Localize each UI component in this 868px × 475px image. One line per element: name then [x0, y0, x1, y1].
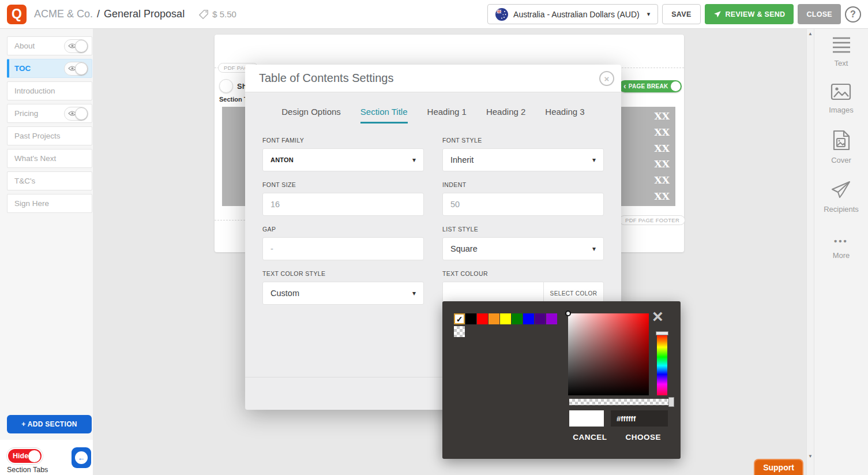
tab-heading-3[interactable]: Heading 3 [545, 107, 584, 124]
modal-close-icon[interactable]: × [599, 71, 614, 86]
toggle-knob [75, 107, 88, 120]
hue-slider-handle[interactable] [656, 331, 668, 335]
indent-label: INDENT [442, 181, 604, 189]
tool-text[interactable]: Text [832, 36, 851, 68]
tool-more[interactable]: ••• More [833, 236, 850, 260]
font-style-value: Inherit [450, 155, 474, 164]
font-size-input[interactable] [270, 200, 416, 209]
selected-color-preview [569, 410, 604, 427]
font-family-select[interactable]: ANTON ▾ [262, 148, 424, 171]
tab-heading-2[interactable]: Heading 2 [486, 107, 525, 124]
visibility-toggle[interactable] [64, 107, 88, 121]
swatch-black[interactable] [465, 313, 476, 324]
gradient-marker[interactable] [565, 311, 571, 316]
price-tag: $ 5.50 [198, 9, 236, 20]
scroll-up-arrow-icon[interactable]: ▲ [807, 31, 814, 36]
page-break-label: PAGE BREAK [629, 83, 668, 89]
swatch-indigo[interactable] [535, 313, 546, 324]
collapse-panel-button[interactable]: ← [72, 447, 91, 468]
swatch-red[interactable] [477, 313, 488, 324]
sidebar-item-past-projects[interactable]: Past Projects [7, 126, 92, 145]
brand-name: ACME & Co. [34, 8, 93, 20]
swatch-white[interactable]: ✓ [454, 313, 465, 324]
swatch-transparent[interactable] [454, 326, 465, 337]
page-break-toggle[interactable]: ‹ PAGE BREAK [619, 80, 682, 92]
sidebar-item-label: Sign Here [14, 199, 49, 208]
list-style-value: Square [450, 244, 478, 253]
cover-icon [833, 130, 850, 151]
more-dots-icon: ••• [834, 236, 848, 246]
swatch-purple[interactable] [546, 313, 557, 324]
text-color-style-label: TEXT COLOR STYLE [262, 270, 424, 278]
gap-field[interactable] [262, 237, 424, 260]
hue-slider[interactable] [657, 334, 667, 395]
font-size-field[interactable] [262, 193, 424, 216]
indent-field[interactable] [442, 193, 604, 216]
indent-input[interactable] [450, 200, 596, 209]
alpha-slider-handle[interactable] [668, 397, 674, 407]
close-document-button[interactable]: CLOSE [798, 4, 841, 24]
toggle-knob [28, 450, 40, 462]
sidebar-item-label: TOC [14, 64, 31, 73]
swatch-yellow[interactable] [500, 313, 511, 324]
support-button[interactable]: Support [754, 459, 803, 475]
modal-tabs: Design Options Section Title Heading 1 H… [245, 107, 621, 124]
picker-close-icon[interactable]: × [652, 307, 663, 326]
swatch-orange[interactable] [489, 313, 499, 324]
tool-label: Text [835, 59, 848, 68]
tab-section-title[interactable]: Section Title [360, 107, 408, 124]
sidebar-item-whats-next[interactable]: What's Next [7, 149, 92, 168]
text-color-style-select[interactable]: Custom ▾ [262, 282, 424, 305]
toggle-knob [75, 62, 88, 75]
save-button[interactable]: SAVE [662, 4, 700, 24]
list-style-label: LIST STYLE [442, 225, 604, 233]
document-title[interactable]: General Proposal [104, 8, 185, 20]
font-style-select[interactable]: Inherit ▾ [442, 148, 604, 171]
tool-recipients[interactable]: Recipients [824, 180, 859, 214]
tool-cover[interactable]: Cover [831, 130, 851, 164]
chevron-down-icon: ▾ [412, 289, 416, 297]
help-icon[interactable]: ? [845, 6, 861, 23]
font-style-label: FONT STYLE [442, 136, 604, 144]
tab-design-options[interactable]: Design Options [281, 107, 341, 124]
hide-section-tabs-toggle[interactable]: Hide [7, 448, 43, 464]
vertical-scrollbar[interactable]: ▲ ▼ [806, 29, 814, 475]
sidebar-item-introduction[interactable]: Introduction [7, 81, 92, 100]
sidebar-item-tcs[interactable]: T&C's [7, 171, 92, 190]
add-section-button[interactable]: + ADD SECTION [7, 415, 92, 433]
visibility-toggle[interactable] [64, 62, 88, 76]
tool-label: More [833, 251, 850, 260]
sidebar-item-pricing[interactable]: Pricing [7, 104, 92, 123]
gap-input[interactable] [270, 244, 416, 253]
sidebar-item-label: About [14, 42, 35, 50]
list-style-select[interactable]: Square ▾ [442, 237, 604, 260]
currency-dropdown[interactable]: Australia - Australian Dollars (AUD) ▾ [487, 4, 658, 24]
swatch-blue[interactable] [523, 313, 534, 324]
picker-actions: CANCEL CHOOSE [573, 433, 661, 442]
tool-images[interactable]: Images [829, 83, 854, 114]
tab-heading-1[interactable]: Heading 1 [427, 107, 467, 124]
choose-button[interactable]: CHOOSE [625, 433, 661, 442]
font-family-label: FONT FAMILY [262, 136, 424, 144]
alpha-slider[interactable] [569, 399, 672, 405]
swatch-green[interactable] [512, 313, 523, 324]
visibility-toggle[interactable] [64, 39, 88, 53]
scroll-down-arrow-icon[interactable]: ▼ [807, 454, 814, 459]
cancel-button[interactable]: CANCEL [573, 433, 607, 442]
review-send-label: REVIEW & SEND [726, 10, 786, 18]
tool-label: Recipients [824, 205, 859, 214]
app-logo[interactable]: Q [7, 5, 27, 24]
saturation-gradient-area[interactable] [568, 313, 649, 395]
sidebar-item-toc[interactable]: TOC [7, 59, 92, 78]
modal-header: Table of Contents Settings × [245, 65, 621, 92]
sidebar-item-sign-here[interactable]: Sign Here [7, 194, 92, 213]
color-picker-popup: ✓ × CANCEL CHOOSE [442, 301, 681, 459]
select-color-button[interactable]: SELECT COLOR [544, 290, 603, 297]
sidebar-item-about[interactable]: About [7, 36, 92, 55]
review-send-button[interactable]: REVIEW & SEND [705, 4, 794, 24]
tools-panel: Text Images Cover Recipients ••• More [814, 29, 868, 475]
hex-color-input[interactable] [611, 410, 668, 427]
modal-title: Table of Contents Settings [259, 72, 393, 85]
font-size-label: FONT SIZE [262, 181, 424, 189]
sidebar-item-label: Past Projects [14, 132, 61, 140]
